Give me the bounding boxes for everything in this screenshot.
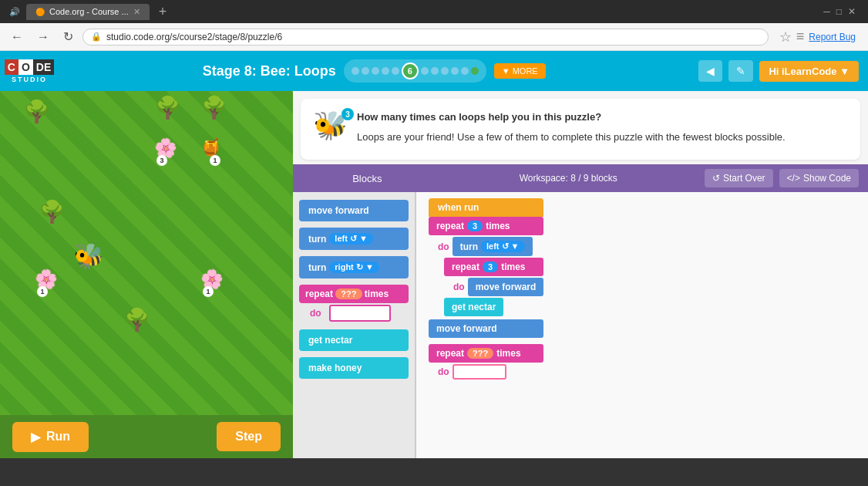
maximize-button[interactable]: □ xyxy=(836,6,842,17)
code-icon: </> xyxy=(787,173,800,184)
progress-dot-9 xyxy=(441,67,449,75)
tree-2: 🌳 xyxy=(154,95,181,120)
turn-right-pill: right ↻ ▼ xyxy=(329,262,378,273)
workspace-info: Workspace: 8 / 9 blocks xyxy=(439,173,698,184)
minimize-button[interactable]: ─ xyxy=(823,6,830,17)
forward-button[interactable]: → xyxy=(32,29,54,46)
main-content: 🌳 🌳 🌳 🌳 🌳 🐝 🌸 1 🌸 1 🌸 3 🍯 1 xyxy=(0,91,868,458)
tab-bar: 🔊 🟠 Code.org - Course ... ✕ + ─ □ ✕ xyxy=(0,0,868,23)
lock-icon: 🔒 xyxy=(91,32,102,42)
new-tab-button[interactable]: + xyxy=(156,4,170,20)
bookmark-icon[interactable]: ☆ xyxy=(779,29,792,46)
palette-block-make-honey[interactable]: make honey xyxy=(299,357,409,379)
run-icon: ▶ xyxy=(31,430,40,444)
logo-o: O xyxy=(19,59,33,75)
progress-dot-2 xyxy=(362,67,369,75)
step-button[interactable]: Step xyxy=(217,422,281,451)
workspace-block-group-main: when run repeat 3 times do turn left ↺ ▼ xyxy=(429,198,543,381)
game-area: 🌳 🌳 🌳 🌳 🌳 🐝 🌸 1 🌸 1 🌸 3 🍯 1 xyxy=(0,91,293,458)
progress-dot-8 xyxy=(431,67,439,75)
palette-do-row: do xyxy=(299,303,409,323)
blocks-palette: move forward turn left ↺ ▼ turn right ↻ … xyxy=(293,192,416,458)
progress-dot-11 xyxy=(461,67,469,75)
ws-repeat-bottom[interactable]: repeat ??? times xyxy=(429,344,543,363)
progress-dot-current: 6 xyxy=(402,62,419,79)
palette-block-turn-right[interactable]: turn right ↻ ▼ xyxy=(299,256,409,278)
progress-dot-4 xyxy=(382,67,389,75)
browser-frame: 🔊 🟠 Code.org - Course ... ✕ + ─ □ ✕ ← → … xyxy=(0,0,868,51)
blocks-label: Blocks xyxy=(302,173,432,184)
settings-icon[interactable]: ≡ xyxy=(796,29,805,45)
progress-dot-7 xyxy=(421,67,429,75)
ws-do-input-bottom[interactable] xyxy=(453,364,506,380)
app-container: C O DE STUDIO Stage 8: Bee: Loops 6 xyxy=(0,51,868,458)
game-elements: 🌳 🌳 🌳 🌳 🌳 🐝 🌸 1 🌸 1 🌸 3 🍯 1 xyxy=(0,91,293,415)
pencil-icon-button[interactable]: ✎ xyxy=(728,60,753,82)
code-toolbar: Blocks Workspace: 8 / 9 blocks ↺ Start O… xyxy=(293,164,868,192)
user-menu-button[interactable]: Hi iLearnCode ▼ xyxy=(759,61,859,82)
tree-5: 🌳 xyxy=(123,307,150,332)
tree-3: 🌳 xyxy=(200,95,227,120)
turn-left-pill: left ↺ ▼ xyxy=(329,233,373,245)
refresh-button[interactable]: ↻ xyxy=(59,28,78,46)
start-over-button[interactable]: ↺ Start Over xyxy=(705,169,773,187)
ws-do-move-row: do move forward xyxy=(444,276,543,298)
more-button[interactable]: ▼ MORE xyxy=(494,63,546,79)
header-right: ◀ ✎ Hi iLearnCode ▼ xyxy=(698,60,859,82)
progress-dot-1 xyxy=(352,67,359,75)
right-panel: 🐝 3 How many times can loops help you in… xyxy=(293,91,868,458)
arrow-icon-button[interactable]: ◀ xyxy=(698,60,722,82)
palette-turn-right: turn right ↻ ▼ xyxy=(299,256,409,278)
logo-de: DE xyxy=(33,59,54,75)
report-bug-link[interactable]: Report Bug xyxy=(809,32,856,42)
ws-do-turn-row: do turn left ↺ ▼ xyxy=(429,235,543,258)
ws-when-run-block[interactable]: when run xyxy=(429,198,543,217)
ws-get-nectar-block[interactable]: get nectar xyxy=(444,298,503,316)
progress-dot-10 xyxy=(451,67,459,75)
progress-dot-5 xyxy=(392,67,399,75)
palette-block-move-forward[interactable]: move forward xyxy=(299,200,409,221)
ws-move-forward-outer[interactable]: move forward xyxy=(429,319,543,338)
flower-2-badge: 1 xyxy=(203,286,214,297)
ws-move-forward-block[interactable]: move forward xyxy=(468,278,544,296)
speech-bubble-num: 3 xyxy=(341,108,354,120)
app-header: C O DE STUDIO Stage 8: Bee: Loops 6 xyxy=(0,51,868,91)
progress-bar: 6 xyxy=(344,59,486,83)
tree-1: 🌳 xyxy=(23,99,50,124)
run-button[interactable]: ▶ Run xyxy=(12,422,89,452)
progress-dot-12 xyxy=(471,67,479,75)
active-tab[interactable]: 🟠 Code.org - Course ... ✕ xyxy=(26,4,150,20)
ws-repeat-bottom-pill: ??? xyxy=(467,348,493,359)
logo-c: C xyxy=(5,59,19,75)
ws-do-bottom-row: do xyxy=(429,363,543,381)
ws-turn-pill: left ↺ ▼ xyxy=(481,241,525,252)
flower-1-badge: 1 xyxy=(37,286,48,297)
palette-block-get-nectar[interactable]: get nectar xyxy=(299,329,409,351)
logo-studio: STUDIO xyxy=(12,76,47,83)
game-controls: ▶ Run Step xyxy=(0,415,293,458)
back-button[interactable]: ← xyxy=(6,29,28,46)
ws-repeat-outer[interactable]: repeat 3 times xyxy=(429,217,543,235)
palette-get-nectar: get nectar xyxy=(299,329,409,351)
bee-avatar: 🐝 3 xyxy=(313,110,348,149)
ws-repeat-bottom-group: repeat ??? times do xyxy=(429,344,543,381)
ws-turn-block[interactable]: turn left ↺ ▼ xyxy=(453,237,533,256)
close-button[interactable]: ✕ xyxy=(848,6,856,17)
do-input-palette[interactable] xyxy=(329,305,391,322)
progress-dot-3 xyxy=(372,67,379,75)
show-code-button[interactable]: </> Show Code xyxy=(779,169,859,187)
workspace-area[interactable]: when run repeat 3 times do turn left ↺ ▼ xyxy=(416,192,868,458)
palette-turn-left: turn left ↺ ▼ xyxy=(299,228,409,250)
ws-repeat-inner-indent: repeat 3 times do move forward xyxy=(429,258,543,298)
tree-4: 🌳 xyxy=(39,199,66,224)
refresh-icon: ↺ xyxy=(712,173,720,184)
palette-block-repeat[interactable]: repeat ??? times xyxy=(299,285,409,303)
ws-repeat-inner[interactable]: repeat 3 times xyxy=(444,258,543,276)
address-bar[interactable]: 🔒 studio.code.org/s/course2/stage/8/puzz… xyxy=(82,29,769,46)
nav-bar: ← → ↻ 🔒 studio.code.org/s/course2/stage/… xyxy=(0,23,868,51)
block-panels: move forward turn left ↺ ▼ turn right ↻ … xyxy=(293,192,868,458)
palette-block-turn-left[interactable]: turn left ↺ ▼ xyxy=(299,228,409,250)
tab-close-icon[interactable]: ✕ xyxy=(133,7,140,17)
palette-move-forward: move forward xyxy=(299,200,409,221)
palette-repeat-group: repeat ??? times do xyxy=(299,285,409,323)
